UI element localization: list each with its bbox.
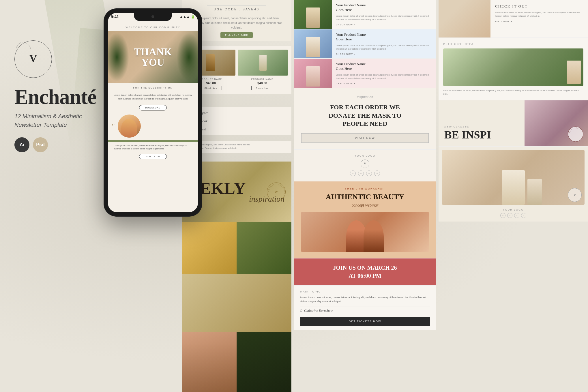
center-img-1 xyxy=(182,222,237,274)
footer-social-4[interactable]: ○ xyxy=(374,170,380,176)
product-2-check-btn[interactable]: Check Now xyxy=(251,86,274,90)
get-tickets-button[interactable]: GET TICKETS NOW xyxy=(300,317,430,326)
be-inspired-text: new classes BE INSPI xyxy=(439,119,497,146)
footer-social-2[interactable]: ○ xyxy=(358,170,364,176)
brand-tagline: 12 Minimalism & Aesthetic Newsletter Tem… xyxy=(14,112,82,129)
footer-social-3[interactable]: ○ xyxy=(366,170,372,176)
footer-social-1[interactable]: ○ xyxy=(350,170,356,176)
product-2-name: PRODUCT NAME xyxy=(251,78,274,80)
candle-social-1[interactable]: ○ xyxy=(500,213,505,218)
donation-visit-btn[interactable]: VISIT NOW xyxy=(301,133,429,143)
social-facebook[interactable]: ▣ Facebook xyxy=(188,117,286,125)
footer-social-icons: ○ ○ ○ ○ xyxy=(301,170,429,176)
visit-now-button[interactable]: VISIT NOW xyxy=(139,154,167,159)
phone-mockup-container: 9:41 ▲▲▲ 🔋 WELCOME TO OUR COMMUNITY THAN… xyxy=(104,9,202,216)
phone-time: 9:41 xyxy=(111,14,119,19)
svg-text:VYNETTA · PRESENTS ·: VYNETTA · PRESENTS · xyxy=(16,42,31,51)
fill-cart-button[interactable]: FILL YOUR CARE xyxy=(220,32,252,38)
brand-name: Enchanté xyxy=(14,87,96,107)
main-topic-body: Lorem ipsum dolor sit amet, consectetuer… xyxy=(300,295,430,304)
product-row-1-check[interactable]: CHECK NOW ▸ xyxy=(336,23,432,26)
candle-social-3[interactable]: ○ xyxy=(514,213,519,218)
product-1-check-btn[interactable]: Check Now xyxy=(200,86,222,90)
quote-section: " xyxy=(108,112,198,140)
candle-image: V xyxy=(442,150,585,205)
product-row-1-title: Your Product Name Goes Here xyxy=(336,3,432,12)
screen-subscription: FOR THE SUBSCRIPTION xyxy=(108,83,198,91)
social-pinterest[interactable]: ❋ Pinterest xyxy=(188,125,286,133)
product-detail-desc: Lorem ipsum dolor sit amet, consectetuer… xyxy=(443,89,583,96)
product-2-price: $40.00 xyxy=(251,81,274,85)
be-inspired-title: BE INSPI xyxy=(444,129,491,140)
bottom-center-images xyxy=(182,222,291,392)
center-img-3 xyxy=(182,274,291,332)
candle-footer: YOUR LOGO ○ ○ ○ ○ xyxy=(442,205,585,218)
speaker-icon xyxy=(300,310,302,312)
center-img-5 xyxy=(237,332,291,392)
center-bottom-row3 xyxy=(182,332,291,392)
phone-content: WELCOME TO OUR COMMUNITY THANK YOU FOR T… xyxy=(108,13,198,212)
join-us-section: JOIN US ON MARCH 26 AT 06:00 PM xyxy=(294,258,436,286)
your-logo-label: YOUR LOGO xyxy=(301,154,429,157)
check-it-info: CHECK IT OUT Lorem ipsum dolor sit amet,… xyxy=(490,0,588,37)
person-right xyxy=(364,220,384,252)
brand-logo-circle: V VYNETTA · PRESENTS · xyxy=(14,40,52,78)
product-detail-title: PRODUCT DETA xyxy=(443,42,583,46)
candle-social-2[interactable]: ○ xyxy=(507,213,512,218)
center-img-2 xyxy=(237,222,291,274)
use-code-inner: USE CODE : SAVE40 Lorem ipsum dolor sit … xyxy=(189,5,284,38)
download-button[interactable]: DOWNLOAD xyxy=(139,105,166,110)
logo-footer-section: YOUR LOGO V ○ ○ ○ ○ xyxy=(294,150,436,181)
candle-your-logo: YOUR LOGO xyxy=(442,208,585,211)
product-row-1-info: Your Product Name Goes Here Lorem ipsum … xyxy=(332,0,436,29)
product-row-2-info: Your Product Name Goes Here Lorem ipsum … xyxy=(332,29,436,58)
workshop-section: FREE LIVE WORKSHOP AUTHENTIC BEAUTY conc… xyxy=(294,181,436,258)
center-img-4 xyxy=(182,332,237,392)
screen-hero: THANK YOU xyxy=(108,31,198,83)
nl-body-text: Lorem ipsum dolor sit amet, consectetuer… xyxy=(189,16,284,30)
brand-circle-text: VYNETTA · PRESENTS · xyxy=(15,41,32,58)
join-us-title: JOIN US ON MARCH 26 AT 06:00 PM xyxy=(301,264,429,280)
psd-badge: Psd xyxy=(33,137,48,152)
phone-screen: WELCOME TO OUR COMMUNITY THANK YOU FOR T… xyxy=(108,13,198,212)
product-row-3-title: Your Product Name Goes Here xyxy=(336,62,432,71)
weekly-stamp: WEEKLY · INSPIRATION · W xyxy=(267,183,286,201)
use-code-text: USE CODE : SAVE40 xyxy=(207,5,266,13)
lets-learn-badge: LET'S · LEARN · xyxy=(567,126,584,142)
workshop-title: AUTHENTIC BEAUTY xyxy=(301,192,429,201)
product-row-1: Your Product Name Goes Here Lorem ipsum … xyxy=(294,0,436,29)
candle-section: V YOUR LOGO ○ ○ ○ ○ xyxy=(439,147,588,222)
product-detail-section: PRODUCT DETA Lorem ipsum dolor sit amet,… xyxy=(439,38,588,100)
product-row-1-desc: Lorem ipsum dolor sit amet, consec-tetur… xyxy=(336,14,432,21)
product-row-2: Your Product Name Goes Here Lorem ipsum … xyxy=(294,29,436,59)
phone-frame: 9:41 ▲▲▲ 🔋 WELCOME TO OUR COMMUNITY THAN… xyxy=(104,9,202,216)
product-1-name: PRODUCT NAME xyxy=(200,78,222,80)
product-1-info: PRODUCT NAME $40.00 Check Now xyxy=(200,78,222,90)
check-it-body: Lorem ipsum dolor sit amet, consec-scing… xyxy=(495,11,583,18)
candle-social-4[interactable]: ○ xyxy=(521,213,526,218)
vy-watermark: V xyxy=(568,188,582,202)
workshop-subtitle: concept webinar xyxy=(301,203,429,208)
product-thumb-1 xyxy=(294,0,332,29)
screen-bottom-text: Lorem ipsum dolor sit amet, consectetuer… xyxy=(108,142,198,153)
product-row-3-check[interactable]: CHECK NOW ▸ xyxy=(336,82,432,85)
inspiration-label: inspiration xyxy=(301,95,429,99)
ai-badge: Ai xyxy=(14,137,29,152)
check-it-title: CHECK IT OUT xyxy=(495,4,583,9)
hero-thank: THANK YOU xyxy=(134,47,172,67)
speaker-name: Catherine Earnshaw xyxy=(304,309,333,313)
workshop-label: FREE LIVE WORKSHOP xyxy=(301,187,429,190)
format-badges: Ai Psd xyxy=(14,137,48,152)
product-thumb-2 xyxy=(294,29,332,58)
svg-point-3 xyxy=(568,127,583,142)
screen-body-text: Lorem ipsum dolor sit amet, consectetuer… xyxy=(108,91,198,103)
phone-status-bar: 9:41 ▲▲▲ 🔋 xyxy=(110,13,196,20)
product-img-2 xyxy=(238,50,288,76)
product-row-2-check[interactable]: CHECK NOW ▸ xyxy=(336,53,432,55)
product-row-3: Your Product Name Goes Here Lorem ipsum … xyxy=(294,59,436,88)
social-instagram[interactable]: ◯ Instagram xyxy=(188,109,286,117)
right-col2-panel: CHECK IT OUT Lorem ipsum dolor sit amet,… xyxy=(439,0,588,222)
check-it-visit-btn[interactable]: VISIT NOW ▸ xyxy=(495,20,583,23)
main-topic-label: MAIN TOPIC xyxy=(300,290,430,293)
product-1-price: $40.00 xyxy=(200,81,222,85)
